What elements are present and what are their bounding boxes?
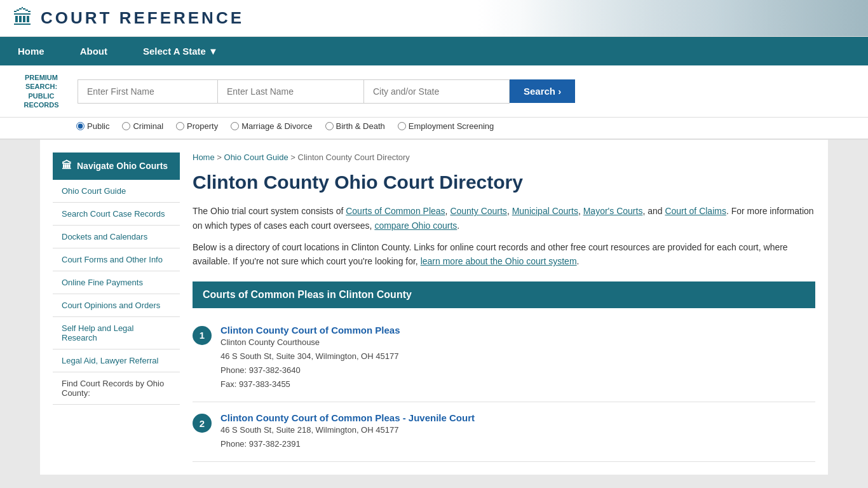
sidebar-header-label: Navigate Ohio Courts xyxy=(77,161,168,171)
court-entry-1: 1 Clinton County Court of Common Pleas C… xyxy=(193,315,815,402)
search-bar: PREMIUM SEARCH: PUBLIC RECORDS Search › xyxy=(0,65,868,118)
link-learn-ohio-court[interactable]: learn more about the Ohio court system xyxy=(421,256,577,266)
breadcrumb: Home > Ohio Court Guide > Clinton County… xyxy=(193,152,815,162)
sidebar-item-legal-aid[interactable]: Legal Aid, Lawyer Referral xyxy=(53,349,180,372)
breadcrumb-home[interactable]: Home xyxy=(193,152,215,162)
main-content: Home > Ohio Court Guide > Clinton County… xyxy=(193,152,815,462)
search-button[interactable]: Search › xyxy=(510,79,575,103)
court-address-2: 46 S South St, Suite 218, Wilmington, OH… xyxy=(220,423,475,437)
sidebar-item-dockets[interactable]: Dockets and Calendars xyxy=(53,226,180,248)
court-phone-2: Phone: 937-382-2391 xyxy=(220,437,475,451)
first-name-input[interactable] xyxy=(78,79,217,104)
premium-label: PREMIUM SEARCH: PUBLIC RECORDS xyxy=(13,73,70,109)
logo-icon: 🏛 xyxy=(13,6,33,30)
radio-property[interactable]: Property xyxy=(176,121,218,131)
link-municipal-courts[interactable]: Municipal Courts xyxy=(512,206,578,216)
logo-text: COURT REFERENCE xyxy=(41,8,244,28)
sidebar: 🏛 Navigate Ohio Courts Ohio Court Guide … xyxy=(53,152,180,462)
link-court-of-claims[interactable]: Court of Claims xyxy=(665,206,726,216)
intro-paragraph-2: Below is a directory of court locations … xyxy=(193,240,815,269)
nav-about[interactable]: About xyxy=(62,37,125,65)
main-wrapper: 🏛 Navigate Ohio Courts Ohio Court Guide … xyxy=(40,140,828,475)
radio-employment[interactable]: Employment Screening xyxy=(398,121,494,131)
link-county-courts[interactable]: County Courts xyxy=(450,206,506,216)
intro-paragraph-1: The Ohio trial court system consists of … xyxy=(193,204,815,233)
record-type-filter: Public Criminal Property Marriage & Divo… xyxy=(0,118,868,140)
link-mayors-courts[interactable]: Mayor's Courts xyxy=(583,206,643,216)
breadcrumb-current: Clinton County Court Directory xyxy=(298,152,410,162)
navbar: Home About Select A State ▼ xyxy=(0,37,868,65)
page-title: Clinton County Ohio Court Directory xyxy=(193,171,815,194)
radio-birth[interactable]: Birth & Death xyxy=(325,121,385,131)
court-info-2: Clinton County Court of Common Pleas - J… xyxy=(220,412,475,451)
court-fax-1: Fax: 937-383-3455 xyxy=(220,377,400,391)
last-name-input[interactable] xyxy=(217,79,363,104)
court-entry-2: 2 Clinton County Court of Common Pleas -… xyxy=(193,402,815,462)
radio-marriage[interactable]: Marriage & Divorce xyxy=(231,121,312,131)
court-name-2[interactable]: Clinton County Court of Common Pleas - J… xyxy=(220,412,475,423)
sidebar-item-find-records: Find Court Records by Ohio County: xyxy=(53,372,180,405)
site-header: 🏛 COURT REFERENCE xyxy=(0,0,868,37)
radio-criminal[interactable]: Criminal xyxy=(122,121,163,131)
court-name-1[interactable]: Clinton County Court of Common Pleas xyxy=(220,325,400,336)
sidebar-item-search-court-case[interactable]: Search Court Case Records xyxy=(53,203,180,226)
court-info-1: Clinton County Court of Common Pleas Cli… xyxy=(220,325,400,391)
header-bg xyxy=(477,0,868,36)
court-building-1: Clinton County Courthouse xyxy=(220,336,400,349)
section-header-common-pleas: Courts of Common Pleas in Clinton County xyxy=(193,281,815,308)
court-number-2: 2 xyxy=(193,414,212,433)
sidebar-item-ohio-court-guide[interactable]: Ohio Court Guide xyxy=(53,180,180,203)
court-address-1: 46 S South St, Suite 304, Wilmington, OH… xyxy=(220,349,400,363)
content-area: 🏛 Navigate Ohio Courts Ohio Court Guide … xyxy=(40,140,828,475)
radio-public[interactable]: Public xyxy=(76,121,109,131)
nav-select-state[interactable]: Select A State ▼ xyxy=(125,37,236,65)
sidebar-header: 🏛 Navigate Ohio Courts xyxy=(53,152,180,180)
city-input[interactable] xyxy=(363,79,510,104)
link-compare-courts[interactable]: compare Ohio courts xyxy=(374,220,457,231)
courthouse-icon: 🏛 xyxy=(62,160,72,172)
court-phone-1: Phone: 937-382-3640 xyxy=(220,363,400,377)
breadcrumb-guide[interactable]: Ohio Court Guide xyxy=(224,152,288,162)
link-courts-common-pleas[interactable]: Courts of Common Pleas xyxy=(346,206,445,216)
nav-home[interactable]: Home xyxy=(0,37,62,65)
sidebar-item-court-forms[interactable]: Court Forms and Other Info xyxy=(53,248,180,271)
sidebar-item-opinions[interactable]: Court Opinions and Orders xyxy=(53,294,180,317)
sidebar-item-self-help[interactable]: Self Help and Legal Research xyxy=(53,317,180,349)
court-number-1: 1 xyxy=(193,326,212,345)
sidebar-item-fine-payments[interactable]: Online Fine Payments xyxy=(53,271,180,294)
